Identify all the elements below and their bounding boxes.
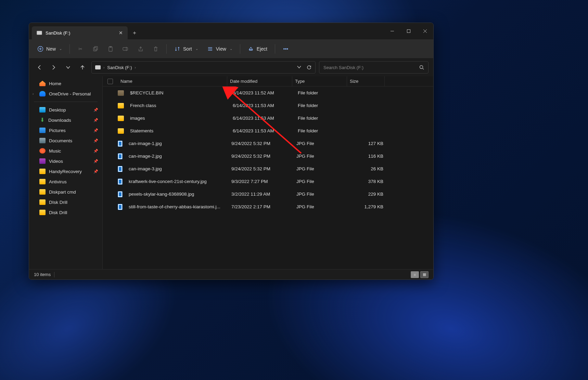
file-row[interactable]: Statements 6/14/2023 11:53 AM File folde… [103, 125, 433, 137]
file-type: JPG File [294, 154, 348, 159]
details-view-button[interactable]: ≡ [411, 271, 419, 278]
eject-button[interactable]: Eject [244, 43, 271, 54]
file-name: images [127, 116, 230, 121]
copy-button[interactable] [89, 43, 102, 54]
file-row[interactable]: still-from-taste-of-cherry-abbas-kiarast… [103, 200, 433, 213]
tab-close-button[interactable]: ✕ [119, 30, 123, 36]
share-icon [138, 46, 144, 52]
close-button[interactable] [417, 23, 433, 39]
sidebar-item-onedrive[interactable]: ›OneDrive - Personal [29, 89, 102, 99]
breadcrumb-location[interactable]: SanDisk (F:) [107, 65, 132, 70]
recent-button[interactable] [63, 62, 74, 73]
up-button[interactable] [77, 62, 88, 73]
new-button[interactable]: New ⌄ [34, 43, 65, 54]
file-date: 6/14/2023 11:53 AM [230, 103, 295, 108]
svg-line-17 [423, 68, 424, 69]
divider [240, 44, 240, 54]
file-date: 3/2/2022 11:29 AM [229, 192, 294, 197]
toolbar: New ⌄ ✂ Sort ⌄ View ⌄ Eject ••• [29, 39, 433, 58]
jpg-file-icon [118, 153, 123, 159]
file-row[interactable]: $RECYCLE.BIN 6/14/2023 11:52 AM File fol… [103, 87, 433, 99]
file-date: 9/24/2022 5:32 PM [229, 154, 294, 159]
forward-button[interactable] [48, 62, 59, 73]
sidebar-label: Desktop [49, 107, 66, 113]
file-row[interactable]: can-image-2.jpg 9/24/2022 5:32 PM JPG Fi… [103, 150, 433, 162]
divider [34, 102, 98, 102]
delete-button[interactable] [149, 43, 162, 54]
refresh-button[interactable] [306, 65, 312, 70]
new-label: New [46, 46, 56, 52]
file-name: can-image-1.jpg [126, 141, 229, 146]
new-tab-button[interactable]: ＋ [128, 26, 141, 39]
sidebar-item-pictures[interactable]: Pictures📌 [29, 125, 102, 135]
folder-icon [118, 103, 124, 108]
sort-button[interactable]: Sort ⌄ [171, 43, 202, 54]
file-row[interactable]: kraftwerk-live-concert-21st-century.jpg … [103, 175, 433, 188]
sidebar-item-handyrecovery[interactable]: HandyRecovery📌 [29, 166, 102, 176]
column-date[interactable]: Date modified [227, 76, 292, 86]
sidebar-item-documents[interactable]: Documents📌 [29, 135, 102, 146]
sidebar-item-home[interactable]: Home [29, 78, 102, 89]
sidebar-item-diskpartcmd[interactable]: Diskpart cmd [29, 187, 102, 197]
more-button[interactable]: ••• [279, 43, 292, 54]
file-date: 9/24/2022 5:32 PM [229, 166, 294, 171]
file-date: 7/23/2022 2:17 PM [229, 204, 294, 209]
search-input[interactable] [323, 65, 419, 70]
sidebar-item-downloads[interactable]: ⬇Downloads📌 [29, 115, 102, 125]
sidebar-item-diskdrill2[interactable]: Disk Drill [29, 207, 102, 218]
sidebar-item-diskdrill1[interactable]: DIsk Drill [29, 197, 102, 207]
address-bar[interactable]: › SanDisk (F:) › [91, 61, 316, 74]
search-icon [419, 65, 424, 70]
rename-button[interactable] [119, 43, 132, 54]
file-row[interactable]: pexels-skylar-kang-6368908.jpg 3/2/2022 … [103, 188, 433, 200]
minimize-button[interactable] [384, 23, 400, 39]
file-name: Statements [127, 128, 230, 133]
svg-rect-7 [93, 48, 97, 51]
chevron-right-icon[interactable]: › [33, 92, 34, 96]
file-row[interactable]: French class 6/14/2023 11:53 AM File fol… [103, 99, 433, 112]
file-row[interactable]: images 6/14/2023 11:53 AM File folder [103, 112, 433, 125]
paste-icon [107, 46, 114, 52]
sidebar-item-antivirus[interactable]: Antivirus [29, 176, 102, 187]
share-button[interactable] [134, 43, 147, 54]
file-type: File folder [295, 90, 350, 95]
file-row[interactable]: can-image-1.jpg 9/24/2022 5:32 PM JPG Fi… [103, 137, 433, 150]
column-size[interactable]: Size [347, 76, 385, 86]
music-icon [39, 148, 46, 154]
sidebar-label: Videos [49, 159, 63, 164]
home-icon [39, 81, 46, 86]
drive-icon [95, 65, 101, 69]
svg-point-16 [420, 66, 423, 69]
body: Home ›OneDrive - Personal Desktop📌 ⬇Down… [29, 76, 433, 269]
jpg-file-icon [118, 179, 123, 185]
file-row[interactable]: can-image-3.jpg 9/24/2022 5:32 PM JPG Fi… [103, 162, 433, 175]
file-date: 6/14/2023 11:53 AM [230, 116, 295, 121]
jpg-file-icon [118, 191, 123, 197]
column-type[interactable]: Type [292, 76, 347, 86]
sidebar-item-music[interactable]: Music📌 [29, 146, 102, 156]
back-button[interactable] [34, 62, 45, 73]
downloads-icon: ⬇ [39, 117, 45, 123]
tab-active[interactable]: SanDisk (F:) ✕ [32, 26, 128, 39]
folder-icon [39, 210, 46, 215]
thumbnails-view-button[interactable]: ▦ [420, 271, 429, 278]
column-name[interactable]: Name [118, 76, 227, 86]
scissors-icon: ✂ [77, 46, 84, 52]
file-size: 127 KB [348, 141, 386, 146]
sidebar-label: Documents [49, 138, 72, 143]
sidebar-item-videos[interactable]: Videos📌 [29, 156, 102, 166]
address-dropdown-button[interactable] [297, 65, 302, 70]
cut-button[interactable]: ✂ [74, 43, 87, 54]
paste-button[interactable] [104, 43, 117, 54]
chevron-down-icon: ⌄ [59, 47, 62, 51]
file-rows: $RECYCLE.BIN 6/14/2023 11:52 AM File fol… [103, 87, 433, 269]
file-type: JPG File [294, 179, 348, 184]
plus-circle-icon [37, 46, 43, 52]
view-button[interactable]: View ⌄ [204, 43, 236, 54]
search-box[interactable] [319, 61, 429, 74]
maximize-button[interactable] [400, 23, 417, 39]
sidebar-item-desktop[interactable]: Desktop📌 [29, 105, 102, 115]
file-date: 6/14/2023 11:53 AM [230, 128, 295, 133]
select-all-checkbox[interactable] [107, 79, 113, 84]
sidebar-label: OneDrive - Personal [49, 91, 91, 96]
